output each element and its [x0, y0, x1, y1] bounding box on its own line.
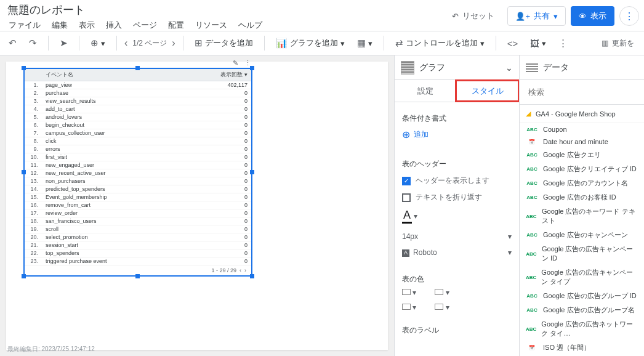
chart-type-icon[interactable]	[401, 61, 414, 75]
collapse-icon[interactable]: ⌄	[505, 63, 513, 73]
next-page-icon[interactable]: ›	[244, 267, 246, 273]
resize-handle[interactable]	[22, 66, 26, 70]
doc-title[interactable]: 無題のレポート	[5, 2, 444, 17]
table-row[interactable]: 10.first_visit0	[25, 153, 251, 161]
field-item[interactable]: ABCGoogle 広告の広告ネットワーク タイ…	[520, 317, 644, 341]
table-row[interactable]: 17.review_order0	[25, 209, 251, 217]
table-row[interactable]: 21.session_start0	[25, 241, 251, 249]
resize-handle[interactable]	[135, 274, 140, 278]
resize-handle[interactable]	[135, 66, 140, 70]
table-row[interactable]: 3.view_search_results0	[25, 97, 251, 105]
border-style-3[interactable]: ▾	[402, 303, 416, 312]
col-event-name[interactable]: イベント名	[42, 69, 182, 81]
table-row[interactable]: 23.triggered purchase event0	[25, 257, 251, 265]
table-row[interactable]: 9.errors0	[25, 145, 251, 153]
table-row[interactable]: 16.remove_from_cart0	[25, 201, 251, 209]
border-style-4[interactable]: ▾	[435, 303, 449, 312]
tab-setup[interactable]: 設定	[395, 80, 456, 102]
add-data-button[interactable]: ⊞データを追加	[191, 35, 257, 51]
resize-handle[interactable]	[250, 274, 254, 278]
table-row[interactable]: 11.new_engaged_user0	[25, 161, 251, 169]
field-item[interactable]: ABCGoogle 広告の広告グループ ID	[520, 289, 644, 303]
table-row[interactable]: 1.page_view402,117	[25, 81, 251, 89]
table-row[interactable]: 18.san_francisco_users0	[25, 217, 251, 225]
menu-resource[interactable]: リソース	[195, 20, 227, 31]
field-item[interactable]: ABCGoogle 広告のお客様 ID	[520, 190, 644, 204]
show-header-checkbox[interactable]: ヘッダーを表示します	[402, 176, 512, 186]
table-row[interactable]: 2.purchase0	[25, 89, 251, 97]
widgets-icon: ▦	[357, 38, 366, 49]
table-row[interactable]: 20.select_promotion0	[25, 233, 251, 241]
view-button[interactable]: 👁表示	[571, 6, 614, 26]
menu-arrange[interactable]: 配置	[168, 20, 184, 31]
resize-handle[interactable]	[250, 66, 254, 70]
font-family-dropdown[interactable]: ARoboto▾	[402, 245, 512, 261]
cond-format-title: 条件付き書式	[402, 113, 512, 124]
add-chart-button[interactable]: 📊グラフを追加▾	[272, 35, 348, 51]
add-control-button[interactable]: ⇄コントロールを追加▾	[392, 35, 488, 51]
field-item[interactable]: ABCGoogle 広告クリエイティブ ID	[520, 162, 644, 176]
resize-handle[interactable]	[22, 170, 26, 174]
menu-page[interactable]: ページ	[133, 20, 157, 31]
table-row[interactable]: 4.add_to_cart0	[25, 105, 251, 113]
resize-handle[interactable]	[22, 274, 26, 278]
field-item[interactable]: ABCGoogle 広告の広告キャンペーン ID	[520, 242, 644, 265]
data-icon	[526, 63, 538, 72]
table-row[interactable]: 19.scroll0	[25, 225, 251, 233]
menu-file[interactable]: ファイル	[9, 20, 41, 31]
data-source-item[interactable]: ◢ GA4 - Google Merch Shop	[520, 105, 644, 123]
community-viz-button[interactable]: ▦▾	[353, 35, 376, 51]
reset-button[interactable]: ↶リセット	[444, 6, 502, 26]
menu-edit[interactable]: 編集	[52, 20, 68, 31]
table-row[interactable]: 12.new_recent_active_user0	[25, 169, 251, 177]
more-tools-button[interactable]: ⋮	[555, 35, 571, 51]
field-item[interactable]: ABCCoupon	[520, 123, 644, 136]
field-item[interactable]: 📅ISO 週（年間）	[520, 341, 644, 355]
menu-view[interactable]: 表示	[79, 20, 95, 31]
table-row[interactable]: 8.click0	[25, 137, 251, 145]
border-style-1[interactable]: ▾	[402, 288, 416, 297]
prev-page-button[interactable]: ‹	[124, 38, 127, 49]
table-row[interactable]: 22.top_spenders0	[25, 249, 251, 257]
menu-insert[interactable]: 挿入	[106, 20, 122, 31]
report-canvas[interactable]: ✎⋮ イベント名 表示回数 ▾ 1.page_view402,1172.purc…	[6, 62, 388, 350]
table-row[interactable]: 7.campus_collection_user0	[25, 129, 251, 137]
field-item[interactable]: ABCGoogle 広告の広告キャンペーン タイプ	[520, 265, 644, 289]
table-row[interactable]: 14.predicted_top_spenders0	[25, 185, 251, 193]
field-search-input[interactable]	[526, 84, 638, 100]
table-row[interactable]: 5.android_lovers0	[25, 113, 251, 121]
font-size-dropdown[interactable]: 14px▾	[402, 229, 512, 245]
border-style-2[interactable]: ▾	[435, 288, 449, 297]
edit-icon[interactable]: ✎	[233, 59, 238, 67]
caret-icon[interactable]: ▾	[414, 212, 417, 220]
table-widget[interactable]: ✎⋮ イベント名 表示回数 ▾ 1.page_view402,1172.purc…	[23, 68, 252, 277]
resize-handle[interactable]	[250, 170, 254, 174]
next-page-button[interactable]: ›	[172, 38, 175, 49]
table-row[interactable]: 6.begin_checkout0	[25, 121, 251, 129]
font-color-button[interactable]: A	[402, 209, 412, 224]
tab-style[interactable]: スタイル	[455, 79, 520, 102]
embed-button[interactable]: <>	[504, 36, 522, 51]
add-cond-button[interactable]: ⊕追加	[402, 129, 512, 140]
image-button[interactable]: 🖼▾	[526, 36, 550, 51]
redo-button[interactable]: ↷	[25, 35, 41, 51]
field-item[interactable]: ABCGoogle 広告のキャンペーン	[520, 228, 644, 242]
refresh-button[interactable]: ▥更新を	[597, 36, 639, 51]
field-item[interactable]: ABCGoogle 広告クエリ	[520, 148, 644, 162]
wrap-text-checkbox[interactable]: テキストを折り返す	[402, 192, 512, 203]
caret-icon: ▾	[508, 232, 512, 241]
col-views[interactable]: 表示回数 ▾	[182, 69, 251, 81]
share-button[interactable]: 👤+共有▾	[507, 6, 566, 26]
field-item[interactable]: ABCGoogle 広告のアカウント名	[520, 176, 644, 190]
table-row[interactable]: 13.non_purchasers0	[25, 177, 251, 185]
field-item[interactable]: ABCGoogle 広告のキーワード テキスト	[520, 204, 644, 228]
prev-page-icon[interactable]: ‹	[239, 267, 241, 273]
field-item[interactable]: 📅Date hour and minute	[520, 136, 644, 148]
pointer-tool[interactable]: ➤	[56, 35, 71, 51]
zoom-button[interactable]: ⊕▾	[87, 35, 109, 51]
menu-help[interactable]: ヘルプ	[238, 20, 262, 31]
undo-button[interactable]: ↶	[5, 35, 20, 51]
table-row[interactable]: 15.Event_gold_membership0	[25, 193, 251, 201]
field-item[interactable]: ABCGoogle 広告の広告グループ名	[520, 303, 644, 317]
more-menu-button[interactable]: ⋮	[619, 6, 639, 26]
